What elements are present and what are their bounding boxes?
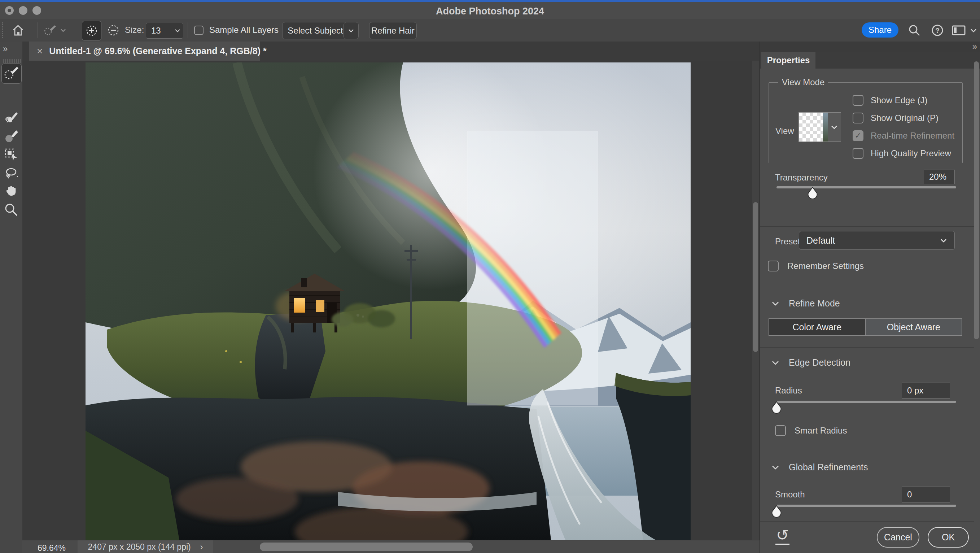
search-icon[interactable] bbox=[908, 24, 921, 37]
global-refinements-title: Global Refinements bbox=[789, 462, 868, 472]
radius-slider[interactable] bbox=[776, 401, 956, 416]
smart-radius-checkbox[interactable] bbox=[775, 425, 786, 436]
remember-settings-row: Remember Settings bbox=[768, 261, 864, 271]
zoom-tool[interactable] bbox=[4, 202, 18, 217]
transparency-slider[interactable] bbox=[776, 186, 956, 201]
transparency-slider-thumb[interactable] bbox=[807, 186, 819, 200]
show-edge-checkbox[interactable] bbox=[853, 95, 864, 106]
refine-mode-header[interactable]: Refine Mode bbox=[772, 298, 840, 309]
tools-grip[interactable] bbox=[3, 59, 21, 63]
high-quality-preview-checkbox[interactable] bbox=[853, 148, 864, 159]
object-selection-tool[interactable] bbox=[4, 147, 18, 161]
show-original-row: Show Original (P) bbox=[853, 113, 939, 123]
radius-value[interactable]: 0 px bbox=[902, 382, 950, 398]
smooth-slider-thumb[interactable] bbox=[770, 505, 783, 518]
brush-tool[interactable] bbox=[4, 129, 18, 143]
cancel-button[interactable]: Cancel bbox=[877, 527, 920, 548]
smooth-label: Smooth bbox=[775, 489, 805, 500]
help-icon[interactable]: ? bbox=[931, 24, 944, 37]
smooth-value[interactable]: 0 bbox=[902, 486, 950, 502]
tools-panel: » bbox=[0, 41, 23, 553]
show-edge-row: Show Edge (J) bbox=[853, 95, 928, 106]
canvas-area[interactable]: 69.64% 2407 px x 2050 px (144 ppi) › bbox=[22, 61, 759, 553]
lasso-tool[interactable] bbox=[4, 166, 18, 181]
landscape-photo bbox=[86, 62, 690, 540]
quick-selection-tool[interactable] bbox=[2, 64, 22, 84]
zoom-level[interactable]: 69.64% bbox=[38, 543, 66, 553]
refine-mode-segmented: Color Aware Object Aware bbox=[768, 319, 962, 336]
smart-radius-label: Smart Radius bbox=[794, 426, 847, 436]
document-tab-bar: × Untitled-1 @ 69.6% (Generative Expand … bbox=[22, 41, 759, 61]
divider bbox=[760, 347, 974, 347]
preset-select[interactable]: Default bbox=[799, 231, 955, 250]
workspace-chevron-icon[interactable] bbox=[970, 28, 977, 33]
view-label: View bbox=[775, 126, 794, 136]
sample-all-layers-label: Sample All Layers bbox=[209, 25, 278, 35]
object-aware-option[interactable]: Object Aware bbox=[865, 319, 962, 335]
subtract-from-selection-button[interactable] bbox=[104, 21, 123, 40]
status-chevron-icon[interactable]: › bbox=[200, 542, 203, 552]
canvas-vertical-scrollbar[interactable] bbox=[752, 61, 759, 540]
collapse-chevron-icon bbox=[772, 465, 780, 470]
properties-panel: » Properties View Mode View Show Edge (J… bbox=[759, 41, 980, 553]
document-info[interactable]: 2407 px x 2050 px (144 ppi) › bbox=[78, 540, 213, 553]
document-tab-title: Untitled-1 @ 69.6% (Generative Expand 4,… bbox=[49, 46, 266, 56]
size-value[interactable]: 13 bbox=[146, 25, 172, 36]
document-image[interactable] bbox=[86, 62, 690, 540]
svg-text:?: ? bbox=[935, 27, 940, 34]
view-mode-legend: View Mode bbox=[778, 77, 828, 88]
divider bbox=[760, 452, 974, 452]
expand-tools-icon[interactable]: » bbox=[3, 44, 7, 54]
panel-body: View Mode View Show Edge (J) Show Origin… bbox=[760, 69, 980, 553]
refine-edge-brush-tool[interactable] bbox=[4, 110, 18, 124]
canvas-hscroll-thumb[interactable] bbox=[260, 542, 473, 551]
options-bar: Size: 13 Sample All Layers Select Subjec… bbox=[0, 19, 980, 42]
show-original-checkbox[interactable] bbox=[853, 113, 864, 123]
view-thumbnail[interactable] bbox=[799, 112, 828, 142]
color-aware-option[interactable]: Color Aware bbox=[769, 319, 865, 335]
divider bbox=[760, 226, 974, 227]
close-tab-icon[interactable]: × bbox=[37, 46, 43, 56]
edge-detection-header[interactable]: Edge Detection bbox=[772, 357, 851, 368]
home-icon[interactable] bbox=[11, 24, 24, 37]
size-dropdown-chevron-icon[interactable] bbox=[172, 23, 183, 38]
photoshop-window: Adobe Photoshop 2024 Size: 13 Sam bbox=[0, 0, 980, 553]
tab-properties[interactable]: Properties bbox=[761, 52, 816, 69]
ok-button[interactable]: OK bbox=[928, 527, 969, 548]
select-subject-dropdown-button[interactable] bbox=[344, 22, 359, 39]
reset-icon[interactable]: ↺ bbox=[775, 528, 789, 545]
preset-label: Preset bbox=[775, 236, 800, 247]
refine-hair-button[interactable]: Refine Hair bbox=[369, 22, 417, 39]
transparency-value[interactable]: 20% bbox=[924, 170, 955, 184]
tool-dropdown-chevron-icon[interactable] bbox=[60, 28, 67, 32]
select-subject-button[interactable]: Select Subject bbox=[282, 22, 348, 39]
panel-top-strip: » bbox=[760, 41, 980, 53]
view-mode-group: View Mode View Show Edge (J) Show Origin… bbox=[768, 82, 963, 163]
realtime-refinement-checkbox: ✓ bbox=[853, 130, 864, 141]
panel-scrollbar-thumb[interactable] bbox=[974, 61, 979, 339]
view-thumbnail-sliver bbox=[822, 113, 828, 142]
quick-selection-tool-icon[interactable] bbox=[43, 24, 59, 36]
refine-mode-title: Refine Mode bbox=[789, 298, 840, 309]
divider bbox=[188, 22, 188, 38]
share-button[interactable]: Share bbox=[862, 22, 899, 38]
transparency-label: Transparency bbox=[775, 172, 828, 183]
global-refinements-header[interactable]: Global Refinements bbox=[772, 462, 868, 472]
preset-chevron-icon bbox=[940, 238, 947, 243]
hand-tool[interactable] bbox=[4, 184, 18, 198]
sample-all-layers-checkbox[interactable] bbox=[194, 25, 204, 35]
remember-settings-checkbox[interactable] bbox=[768, 261, 779, 271]
canvas-vscroll-thumb[interactable] bbox=[753, 202, 758, 352]
radius-slider-thumb[interactable] bbox=[770, 401, 783, 414]
show-original-label: Show Original (P) bbox=[871, 113, 939, 123]
realtime-refinement-row: ✓ Real-time Refinement bbox=[853, 130, 955, 141]
size-label: Size: bbox=[125, 25, 144, 35]
collapse-panel-icon[interactable]: » bbox=[972, 41, 977, 52]
view-dropdown-button[interactable] bbox=[828, 112, 841, 142]
add-to-selection-button[interactable] bbox=[82, 21, 102, 40]
smooth-slider[interactable] bbox=[776, 505, 956, 520]
panel-tab-strip: Properties bbox=[760, 52, 980, 69]
document-tab[interactable]: × Untitled-1 @ 69.6% (Generative Expand … bbox=[29, 41, 260, 61]
size-input[interactable]: 13 bbox=[146, 23, 183, 38]
workspace-icon[interactable] bbox=[952, 25, 966, 35]
